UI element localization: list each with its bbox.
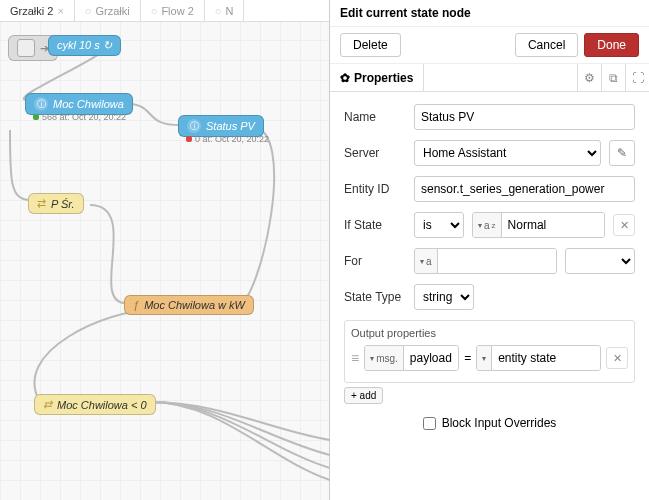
p-sr-node[interactable]: ⇄ P Śr. [28, 193, 84, 214]
flow-tabs: Grzałki 2× ○Grzałki ○Flow 2 ○N [0, 0, 329, 22]
tab-grzalki-2[interactable]: Grzałki 2× [0, 0, 75, 21]
block-overrides-label: Block Input Overrides [442, 416, 557, 430]
string-type-icon: z [492, 221, 496, 230]
status-dot-red [186, 136, 192, 142]
delete-button[interactable]: Delete [340, 33, 401, 57]
block-overrides-checkbox[interactable] [423, 417, 436, 430]
pencil-icon: ✎ [617, 146, 627, 160]
equals-sign: = [464, 351, 471, 365]
cancel-button[interactable]: Cancel [515, 33, 578, 57]
output-title: Output properties [351, 327, 628, 339]
name-label: Name [344, 110, 406, 124]
string-type-icon: a [426, 256, 432, 267]
done-button[interactable]: Done [584, 33, 639, 57]
server-select[interactable]: Home Assistant [414, 140, 601, 166]
statetype-label: State Type [344, 290, 406, 304]
moc-kw-node[interactable]: ƒ Moc Chwilowa w kW [124, 295, 254, 315]
node-status: 568 at: Oct 20, 20:22 [33, 112, 126, 122]
properties-form: Name Server Home Assistant ✎ Entity ID I… [330, 92, 649, 500]
inject-button[interactable] [17, 39, 35, 57]
ifstate-label: If State [344, 218, 406, 232]
edit-server-button[interactable]: ✎ [609, 140, 635, 166]
tab-grzalki[interactable]: ○Grzałki [75, 0, 141, 21]
info-icon: ⓘ [187, 119, 201, 133]
cykl-node[interactable]: cykl 10 s ↻ [48, 35, 121, 56]
copy-icon[interactable]: ⧉ [601, 64, 625, 91]
settings-icon[interactable]: ⚙ [577, 64, 601, 91]
clear-ifstate-button[interactable]: ✕ [613, 214, 635, 236]
name-input[interactable] [414, 104, 635, 130]
for-unit-select[interactable] [565, 248, 635, 274]
ifstate-value-input[interactable]: ▾az [472, 212, 605, 238]
ifstate-op-select[interactable]: is [414, 212, 464, 238]
panel-title: Edit current state node [330, 0, 649, 27]
close-icon[interactable]: × [57, 5, 63, 17]
output-properties: Output properties ≡ ▾msg. = ▾ ✕ [344, 320, 635, 383]
function-icon: ƒ [133, 299, 139, 311]
tab-n[interactable]: ○N [205, 0, 245, 21]
node-status: 0 at: Oct 20, 20:22 [186, 134, 269, 144]
remove-output-button[interactable]: ✕ [606, 347, 628, 369]
entity-label: Entity ID [344, 182, 406, 196]
properties-tab[interactable]: ✿ Properties [330, 64, 424, 91]
server-label: Server [344, 146, 406, 160]
switch-icon: ⇄ [43, 398, 52, 411]
drag-handle-icon[interactable]: ≡ [351, 350, 359, 366]
add-output-button[interactable]: + add [344, 387, 383, 404]
status-dot-green [33, 114, 39, 120]
expand-icon[interactable]: ⛶ [625, 64, 649, 91]
statetype-select[interactable]: string [414, 284, 474, 310]
tab-flow-2[interactable]: ○Flow 2 [141, 0, 205, 21]
entity-input[interactable] [414, 176, 635, 202]
string-type-icon: a [484, 220, 490, 231]
gear-icon: ✿ [340, 71, 350, 85]
edit-panel: Edit current state node Delete Cancel Do… [329, 0, 649, 500]
moc-lt0-node[interactable]: ⇄ Moc Chwilowa < 0 [34, 394, 156, 415]
switch-icon: ⇄ [37, 197, 46, 210]
flow-canvas[interactable]: Grzałki 2× ○Grzałki ○Flow 2 ○N ➔ cykl 10… [0, 0, 329, 500]
info-icon: ⓘ [34, 97, 48, 111]
output-value-input[interactable]: ▾ [476, 345, 601, 371]
for-label: For [344, 254, 406, 268]
for-value-input[interactable]: ▾a [414, 248, 557, 274]
output-msg-input[interactable]: ▾msg. [364, 345, 459, 371]
